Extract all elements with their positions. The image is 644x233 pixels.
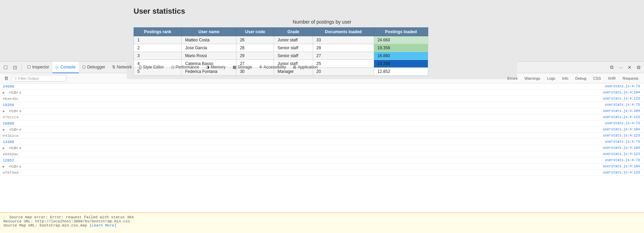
table-cell: 33 xyxy=(313,36,374,44)
tab-network[interactable]: ⇅Network xyxy=(109,62,135,73)
page-title: User statistics xyxy=(134,7,510,16)
console-row: #43a2causerstats.js:4:123 xyxy=(0,133,644,139)
network-label: Network xyxy=(117,65,132,69)
console-row-content: 12852 xyxy=(0,158,605,163)
learn-more-link[interactable]: [Learn More] xyxy=(89,223,116,228)
application-icon: ⊞ xyxy=(293,65,296,69)
pick-element-button[interactable]: ☐ xyxy=(1,63,10,72)
console-file-ref[interactable]: userstats.js:4:104 xyxy=(603,91,644,94)
expand-arrow[interactable]: ▶ xyxy=(3,146,8,150)
element-gear-icon[interactable]: ⚙ xyxy=(19,165,21,169)
tab-console[interactable]: ▷Console xyxy=(52,62,79,73)
console-row: ▶ <td> ⚙userstats.js:4:104 xyxy=(0,108,644,114)
tab-debugger[interactable]: ⬡Debugger xyxy=(79,62,109,73)
filter-btn-requests[interactable]: Requests xyxy=(620,76,641,81)
console-value: 24660 xyxy=(3,85,14,89)
console-file-ref[interactable]: userstats.js:4:123 xyxy=(603,97,644,101)
console-row: #0868acuserstats.js:4:123 xyxy=(0,151,644,157)
console-file-ref[interactable]: userstats.js:4:104 xyxy=(603,109,644,113)
table-cell: 1 xyxy=(134,36,182,44)
filter-btn-warnings[interactable]: Warnings xyxy=(522,76,543,81)
expand-arrow[interactable]: ▶ xyxy=(3,165,8,169)
more-tools-button[interactable]: ··· xyxy=(617,63,625,72)
element-gear-icon[interactable]: ⚙ xyxy=(19,91,21,95)
console-row-content: 24660 xyxy=(0,84,605,89)
filter-btn-debug[interactable]: Debug xyxy=(572,76,589,81)
table-cell: 27 xyxy=(313,52,374,60)
table-cell: 26 xyxy=(236,36,274,44)
error-bar: ⚠ Source map error: Error: request faile… xyxy=(0,212,644,233)
filter-btn-css[interactable]: CSS xyxy=(591,76,604,81)
console-row: ▶ <td> ⚙userstats.js:4:104 xyxy=(0,127,644,133)
table-cell: Junior staff xyxy=(274,36,313,44)
table-header: Documents loaded xyxy=(313,28,374,36)
console-row-content: 19358 xyxy=(0,103,605,107)
console-element-value: <td> xyxy=(9,91,18,95)
application-label: Application xyxy=(298,65,318,69)
console-file-ref[interactable]: userstats.js:4:104 xyxy=(603,165,644,168)
element-gear-icon[interactable]: ⚙ xyxy=(19,128,21,132)
tab-performance[interactable]: ◷Performance xyxy=(168,62,203,73)
filter-btn-info[interactable]: Info xyxy=(559,76,571,81)
console-file-ref[interactable]: userstats.js:4:123 xyxy=(603,115,644,119)
console-file-ref[interactable]: userstats.js:4:123 xyxy=(603,152,644,156)
console-file-ref[interactable]: userstats.js:4:104 xyxy=(603,128,644,131)
console-row-content: ▶ <td> ⚙ xyxy=(0,109,603,114)
postings-loaded-cell: 13.388 xyxy=(374,60,428,68)
devtools-left-controls: ☐ ⊡ xyxy=(1,63,22,72)
debugger-icon: ⬡ xyxy=(82,65,86,69)
close-devtools-button[interactable]: ✕ xyxy=(626,63,634,72)
warning-icon: ⚠ xyxy=(3,215,6,219)
console-row: #f0f9e8userstats.js:4:123 xyxy=(0,170,644,176)
filter-btn-errors[interactable]: Errors xyxy=(505,76,520,81)
tab-storage[interactable]: ▦Storage xyxy=(229,62,256,73)
tab-style-editor[interactable]: {}Style Editor xyxy=(135,62,167,73)
console-value: 12852 xyxy=(3,158,14,163)
filter-btn-logs[interactable]: Logs xyxy=(544,76,558,81)
table-header: Postings loaded xyxy=(374,28,428,36)
element-gear-icon[interactable]: ⚙ xyxy=(19,109,21,113)
accessibility-icon: ✛ xyxy=(259,65,262,69)
tab-application[interactable]: ⊞Application xyxy=(289,62,321,73)
responsive-mode-button[interactable]: ⊡ xyxy=(11,63,19,72)
table-header: User name xyxy=(182,28,236,36)
console-file-ref[interactable]: userstats.js:4:73 xyxy=(605,85,644,88)
console-row-content: ▶ <td> ⚙ xyxy=(0,164,603,169)
console-color-value: #bae4bc xyxy=(3,97,18,101)
console-file-ref[interactable]: userstats.js:4:123 xyxy=(603,171,644,174)
clear-console-button[interactable]: 🗑 xyxy=(3,75,10,82)
storage-label: Storage xyxy=(238,65,252,69)
split-console-button[interactable]: ⧉ xyxy=(608,63,616,72)
console-file-ref[interactable]: userstats.js:4:123 xyxy=(603,134,644,138)
console-file-ref[interactable]: userstats.js:4:73 xyxy=(605,121,644,125)
expand-arrow[interactable]: ▶ xyxy=(3,128,8,132)
table-cell: 3 xyxy=(134,52,182,60)
tab-accessibility[interactable]: ✛Accessibility xyxy=(256,62,289,73)
console-file-ref[interactable]: userstats.js:4:73 xyxy=(605,158,644,162)
error-line-3: Source Map URL: bootstrap.min.css.map xyxy=(3,223,89,228)
settings-button[interactable]: ⚙ xyxy=(634,63,643,72)
console-color-value: #f0f9e8 xyxy=(3,171,18,175)
console-color-value: #0868ac xyxy=(3,152,18,156)
console-element-value: <td> xyxy=(9,165,18,169)
console-row: 12852userstats.js:4:73 xyxy=(0,157,644,164)
table-row: 2Jose Garcia28Senior staff2819.358 xyxy=(134,44,428,52)
console-row: 24660userstats.js:4:73 xyxy=(0,83,644,90)
website-content-area: User statistics Number of postings by us… xyxy=(0,0,644,62)
console-filter-buttons: ErrorsWarningsLogsInfoDebugCSSXHRRequest… xyxy=(505,76,641,81)
expand-arrow[interactable]: ▶ xyxy=(3,91,8,95)
console-file-ref[interactable]: userstats.js:4:73 xyxy=(605,140,644,144)
filter-btn-xhr[interactable]: XHR xyxy=(605,76,618,81)
console-element-value: <td> xyxy=(9,109,18,113)
console-row-content: #43a2ca xyxy=(0,133,603,138)
console-file-ref[interactable]: userstats.js:4:104 xyxy=(603,146,644,150)
console-file-ref[interactable]: userstats.js:4:73 xyxy=(605,103,644,107)
element-gear-icon[interactable]: ⚙ xyxy=(19,146,21,150)
tab-memory[interactable]: ◑Memory xyxy=(202,62,229,73)
console-row: 16880userstats.js:4:73 xyxy=(0,120,644,127)
filter-icon: ▽ xyxy=(14,76,17,80)
table-cell: Senior staff xyxy=(274,52,313,60)
storage-icon: ▦ xyxy=(233,65,236,69)
expand-arrow[interactable]: ▶ xyxy=(3,109,8,113)
tab-inspector[interactable]: ☐Inspector xyxy=(24,62,52,73)
